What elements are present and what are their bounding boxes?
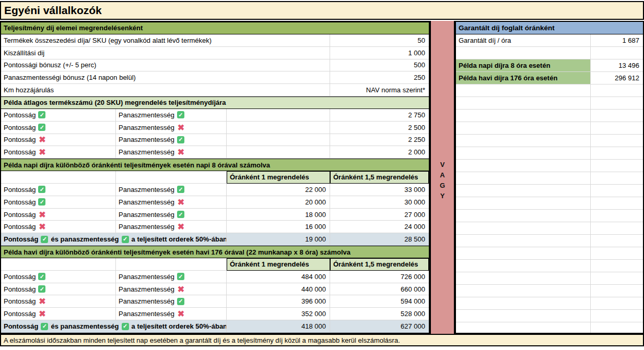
spreadsheet: Egyéni vállalkozók Teljesítmény díj elem… [0,0,644,350]
status-label: Pontosság [4,111,36,119]
pontossag-cell: Pontosság✓ [1,271,116,283]
section-header-row: Teljesítmény díj elemei megrendelésenkén… [1,22,429,34]
status-label: Panaszmentesség [119,310,174,318]
amount-value: 660 000 [330,283,429,295]
fee-row: Kiszállítási dij 1 000 [1,47,429,59]
status-label: Pontosság [4,186,36,194]
status-label: Pontosság [4,148,36,156]
status-label: Panaszmentesség [119,186,174,194]
daily-example-label: Példa napi díjra 8 óra esetén [456,59,591,72]
empty-cell [116,258,227,271]
status-label: Panaszmentesség [119,148,174,156]
status-label: Panaszmentesség [119,211,174,219]
status-label: Panaszmentesség [119,223,174,231]
panaszmentesseg-cell: Panaszmentesség✖ [116,196,227,208]
footer-note-text: A elszámolási időszakban minden teljesít… [4,336,400,344]
guaranteed-fee-label: Garantált díj / óra [456,34,591,47]
table-row: Példa havi díjra 176 óra esetén 296 912 [456,72,643,85]
fee-value: 500 [330,59,429,71]
status-row: Pontosság✖ Panaszmentesség✖ 2 000 [1,146,429,159]
fee-label: Pontossági bónusz (+/- 5 perc) [1,59,330,71]
cross-icon: ✖ [177,198,185,206]
section-header-avg-order: Példa átlagos termékszámú (20 SKU) megre… [1,97,429,108]
guaranteed-fee-value: 1 687 [591,34,643,47]
status-label: Pontosság [4,285,36,293]
panaszmentesseg-cell: Panaszmentesség✓ [116,295,227,307]
amount-value: 16 000 [227,221,330,233]
fee-label: Km hozzájárulás [1,84,330,96]
summary-row: Pontosság✓és panaszmentesség✓a teljesíte… [1,320,429,333]
monthly-example-label: Példa havi díjra 176 óra esetén [456,72,591,85]
status-row: Pontosság✓ Panaszmentesség✖ 440 000 660 … [1,283,429,296]
panaszmentesseg-cell: Panaszmentesség✓ [116,109,227,121]
column-header-row: Óránként 1 megrendelés Óránként 1,5 megr… [1,171,429,184]
amount-value: 594 000 [330,295,429,307]
summary-label-part: a teljesített orderek 50%-ában [132,322,227,330]
summary-label-part: Pontosság [4,322,38,330]
status-label: Panaszmentesség [119,124,174,131]
check-icon: ✓ [177,136,184,143]
pontossag-cell: Pontosság✖ [1,308,116,320]
summary-value: 28 500 [330,233,429,245]
cross-icon: ✖ [38,297,46,305]
status-label: Pontosság [4,136,36,143]
column-header-1-order: Óránként 1 megrendelés [227,258,330,271]
pontossag-cell: Pontosság✖ [1,209,116,221]
section-header-row: Példa napi díjra különböző óránkénti tel… [1,159,429,171]
empty-cell [227,134,330,146]
grid-divider [590,85,591,333]
check-icon: ✓ [177,186,184,193]
fee-row: Panaszmentességi bónusz (14 napon belül)… [1,71,429,84]
section-header-row: Példa átlagos termékszámú (20 SKU) megre… [1,96,429,109]
status-label: Panaszmentesség [119,285,174,293]
pontossag-cell: Pontosság✓ [1,122,116,134]
summary-label: Pontosság✓és panaszmentesség✓a teljesíte… [1,320,227,332]
panaszmentesseg-cell: Panaszmentesség✖ [116,122,227,134]
section-header-daily: Példa napi díjra különböző óránkénti tel… [1,159,429,171]
amount-value: 30 000 [330,196,429,208]
section-header-row: Példa havi díjra különböző óránkénti tel… [1,246,429,258]
table-row [456,47,643,59]
summary-label-part: és panaszmentesség [51,235,119,243]
empty-cell [456,47,591,59]
performance-fee-table: Teljesítmény díj elemei megrendelésenkén… [0,21,430,334]
amount-value: 726 000 [330,271,429,283]
status-label: Panaszmentesség [119,111,174,119]
status-row: Pontosság✓ Panaszmentesség✖ 20 000 30 00… [1,196,429,209]
pontossag-cell: Pontosság✖ [1,221,116,233]
status-label: Pontosság [4,297,36,305]
cross-icon: ✖ [177,310,185,318]
fee-value: 250 [330,71,429,83]
monthly-example-value: 296 912 [591,72,643,85]
pontossag-cell: Pontosság✓ [1,283,116,295]
status-row: Pontosság✖ Panaszmentesség✓ 2 250 [1,134,429,147]
check-icon: ✓ [177,111,184,118]
check-icon: ✓ [38,111,45,118]
status-label: Pontosság [4,198,36,206]
summary-value: 627 000 [330,320,429,332]
status-row: Pontosság✖ Panaszmentesség✓ 18 000 27 00… [1,209,429,221]
panaszmentesseg-cell: Panaszmentesség✓ [116,134,227,146]
cross-icon: ✖ [38,223,46,231]
status-label: Pontosság [4,223,36,231]
empty-cell [591,47,643,59]
pontossag-cell: Pontosság✖ [1,146,116,158]
check-icon: ✓ [38,186,45,193]
section-header-monthly: Példa havi díjra különböző óránkénti tel… [1,246,429,258]
summary-row: Pontosság✓és panaszmentesség✓a teljesíte… [1,233,429,246]
cross-icon: ✖ [38,310,46,318]
cross-icon: ✖ [38,136,46,143]
empty-cell [227,109,330,121]
section-header-fee-elements: Teljesítmény díj elemei megrendelésenkén… [1,22,429,34]
cross-icon: ✖ [177,148,185,156]
summary-label-part: a teljesített orderek 50%-ában [132,235,227,243]
pontossag-cell: Pontosság✖ [1,295,116,307]
fee-label: Termékek összeszedési díja/ SKU (egy von… [1,34,330,46]
empty-cell [227,146,330,158]
summary-label-part: Pontosság [4,235,38,243]
status-label: Pontosság [4,211,36,219]
status-label: Panaszmentesség [119,198,174,206]
vagy-or-divider: V A G Y [430,21,455,334]
panaszmentesseg-cell: Panaszmentesség✖ [116,146,227,158]
pontossag-cell: Pontosság✓ [1,109,116,121]
